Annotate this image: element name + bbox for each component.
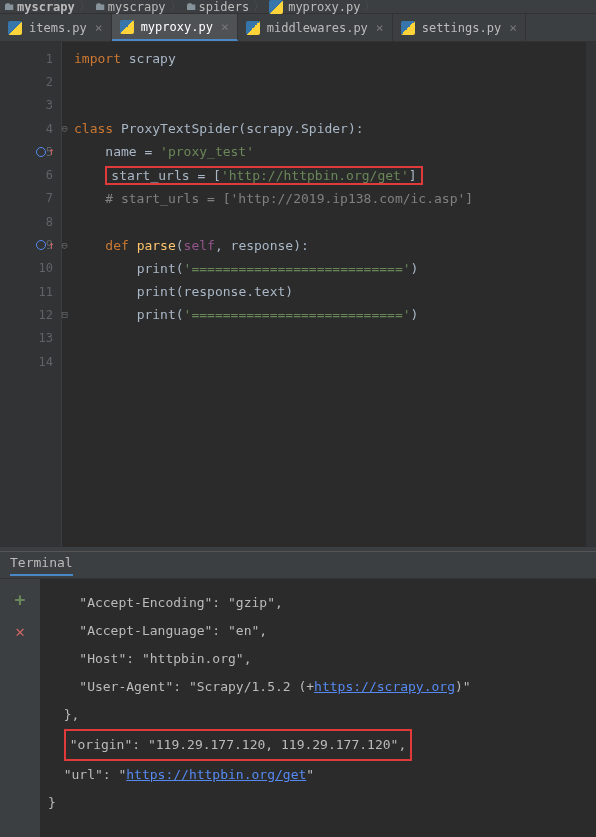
code-line[interactable]: class ProxyTextSpider(scrapy.Spider): <box>74 117 596 140</box>
line-number: 1 <box>0 47 61 70</box>
line-number: 2 <box>0 70 61 93</box>
code-editor[interactable]: 1234⊖5↑6789↑⊖101112⊟1314 import scrapycl… <box>0 42 596 547</box>
tab-label: myproxy.py <box>141 20 213 34</box>
line-number: 3 <box>0 94 61 117</box>
terminal-line: "url": "https://httpbin.org/get" <box>48 761 588 789</box>
chevron-right-icon: 〉 <box>253 0 265 15</box>
line-number: 6 <box>0 163 61 186</box>
code-line[interactable] <box>74 94 596 117</box>
code-line[interactable] <box>74 70 596 93</box>
code-line[interactable]: print('===========================') <box>74 257 596 280</box>
line-number: 14 <box>0 350 61 373</box>
scrollbar[interactable] <box>586 42 596 547</box>
line-number: 10 <box>0 257 61 280</box>
chevron-right-icon: 〉 <box>170 0 182 15</box>
line-number: 11 <box>0 280 61 303</box>
code-line[interactable]: print('===========================') <box>74 303 596 326</box>
python-icon <box>120 20 134 34</box>
code-area[interactable]: import scrapyclass ProxyTextSpider(scrap… <box>62 42 596 547</box>
tab-label: settings.py <box>422 21 501 35</box>
link[interactable]: https://scrapy.org <box>314 679 455 694</box>
code-line[interactable]: def parse(self, response): <box>74 233 596 256</box>
code-line[interactable] <box>74 350 596 373</box>
python-icon <box>401 21 415 35</box>
close-tab-icon[interactable]: × <box>221 19 229 34</box>
folder-icon: 🖿 <box>186 0 197 13</box>
code-line[interactable]: # start_urls = ['http://2019.ip138.com/i… <box>74 187 596 210</box>
terminal-output[interactable]: "Accept-Encoding": "gzip", "Accept-Langu… <box>40 579 596 837</box>
close-tab-icon[interactable]: × <box>376 20 384 35</box>
code-line[interactable] <box>74 210 596 233</box>
editor-tab[interactable]: settings.py× <box>393 14 526 41</box>
python-icon <box>246 21 260 35</box>
chevron-right-icon: 〉 <box>79 0 91 15</box>
terminal-tab[interactable]: Terminal <box>0 551 596 579</box>
code-line[interactable]: import scrapy <box>74 47 596 70</box>
highlight-box: start_urls = ['http://httpbin.org/get'] <box>105 166 422 185</box>
close-terminal-icon[interactable]: ✕ <box>15 622 25 641</box>
python-icon <box>269 0 283 14</box>
editor-tab[interactable]: myproxy.py× <box>112 14 238 41</box>
terminal-line: } <box>48 789 588 817</box>
terminal-line: "User-Agent": "Scrapy/1.5.2 (+https://sc… <box>48 673 588 701</box>
override-icon[interactable] <box>36 240 46 250</box>
line-number: 7 <box>0 187 61 210</box>
override-icon[interactable] <box>36 147 46 157</box>
tab-label: middlewares.py <box>267 21 368 35</box>
breadcrumb-item[interactable]: 🖿 myscrapy <box>95 0 166 14</box>
code-line[interactable]: print(response.text) <box>74 280 596 303</box>
breadcrumb-item[interactable]: 🖿 myscrapy <box>4 0 75 14</box>
line-number: 9↑⊖ <box>0 233 61 256</box>
terminal-line: "Accept-Encoding": "gzip", <box>48 589 588 617</box>
line-number: 12⊟ <box>0 303 61 326</box>
gutter: 1234⊖5↑6789↑⊖101112⊟1314 <box>0 42 62 547</box>
editor-tabs: items.py×myproxy.py×middlewares.py×setti… <box>0 14 596 42</box>
folder-icon: 🖿 <box>95 0 106 13</box>
breadcrumb-item[interactable]: myproxy.py <box>269 0 360 14</box>
chevron-right-icon: 〉 <box>364 0 376 15</box>
line-number: 5↑ <box>0 140 61 163</box>
line-number: 8 <box>0 210 61 233</box>
terminal-line: }, <box>48 701 588 729</box>
terminal-line: "Accept-Language": "en", <box>48 617 588 645</box>
editor-tab[interactable]: items.py× <box>0 14 112 41</box>
python-icon <box>8 21 22 35</box>
breadcrumb: 🖿 myscrapy 〉 🖿 myscrapy 〉 🖿 spiders 〉 my… <box>0 0 596 14</box>
editor-tab[interactable]: middlewares.py× <box>238 14 393 41</box>
terminal-line: "Host": "httpbin.org", <box>48 645 588 673</box>
folder-icon: 🖿 <box>4 0 15 13</box>
tab-label: items.py <box>29 21 87 35</box>
code-line[interactable]: name = 'proxy_test' <box>74 140 596 163</box>
close-tab-icon[interactable]: × <box>509 20 517 35</box>
breadcrumb-item[interactable]: 🖿 spiders <box>186 0 250 14</box>
terminal-line: "origin": "119.29.177.120, 119.29.177.12… <box>48 729 588 761</box>
close-tab-icon[interactable]: × <box>95 20 103 35</box>
code-line[interactable]: start_urls = ['http://httpbin.org/get'] <box>74 163 596 186</box>
link[interactable]: https://httpbin.org/get <box>126 767 306 782</box>
line-number: 13 <box>0 327 61 350</box>
highlight-box: "origin": "119.29.177.120, 119.29.177.12… <box>64 729 413 761</box>
terminal-toolbar: + ✕ <box>0 579 40 837</box>
terminal-panel: + ✕ "Accept-Encoding": "gzip", "Accept-L… <box>0 579 596 837</box>
line-number: 4⊖ <box>0 117 61 140</box>
add-terminal-icon[interactable]: + <box>15 589 26 610</box>
code-line[interactable] <box>74 327 596 350</box>
